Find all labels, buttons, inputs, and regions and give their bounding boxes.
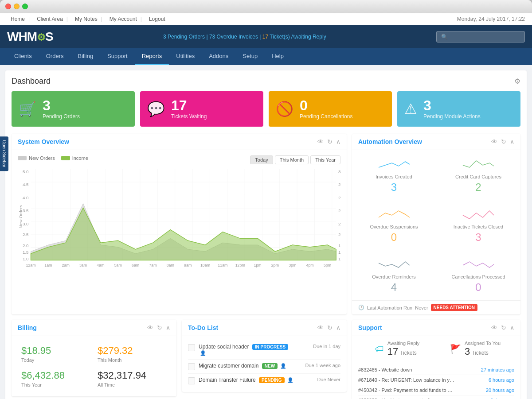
nav-setup[interactable]: Setup [235, 48, 265, 65]
support-actions: 👁 ↻ ∧ [491, 324, 514, 331]
collapse-icon-todo[interactable]: ∧ [336, 324, 340, 331]
nav-utilities[interactable]: Utilities [169, 48, 202, 65]
collapse-icon-billing[interactable]: ∧ [166, 324, 170, 331]
stat-card-pending-cancellations[interactable]: 🚫 0 Pending Cancellations [269, 91, 392, 127]
nav-orders[interactable]: Orders [39, 48, 71, 65]
svg-text:4am: 4am [97, 263, 104, 267]
svg-text:11am: 11am [218, 263, 227, 267]
minimize-button[interactable] [14, 4, 20, 9]
collapse-icon-auto[interactable]: ∧ [510, 138, 514, 145]
refresh-icon-support[interactable]: ↻ [501, 324, 506, 331]
sparkline-invoices [376, 156, 412, 172]
maximize-button[interactable] [22, 4, 28, 9]
refresh-icon-billing[interactable]: ↻ [157, 324, 162, 331]
refresh-icon[interactable]: ↻ [327, 138, 332, 145]
collapse-icon-support[interactable]: ∧ [510, 324, 514, 331]
chart-btn-this-month[interactable]: This Month [275, 155, 309, 164]
chat-icon: 💬 [147, 101, 165, 117]
refresh-icon-auto[interactable]: ↻ [501, 138, 506, 145]
nav-client-area[interactable]: Client Area [33, 16, 71, 22]
nav-billing[interactable]: Billing [70, 48, 100, 65]
svg-text:7am: 7am [149, 263, 156, 267]
billing-this-year: $6,432.88 This Year [18, 366, 94, 391]
svg-text:5pm: 5pm [324, 263, 331, 267]
stat-card-module-actions[interactable]: ⚠ 3 Pending Module Actions [397, 91, 520, 127]
assigned-to-you-stat: 🚩 Assigned To You 3 Tickets [436, 341, 514, 357]
svg-text:4.0: 4.0 [23, 195, 29, 200]
ticket-row-1[interactable]: #832465 - Website down 27 minutes ago [358, 365, 514, 375]
flag-icon: 🚩 [450, 344, 461, 354]
ticket-row-4[interactable]: #686238 - Unable to connect to ftp 2 day… [358, 395, 514, 399]
eye-icon-auto[interactable]: 👁 [491, 138, 497, 145]
nav-help[interactable]: Help [265, 48, 291, 65]
stat-info: 17 Tickets Waiting [171, 98, 207, 120]
search-input[interactable] [436, 31, 525, 43]
overdue-invoices-alert[interactable]: 73 [209, 34, 215, 40]
eye-icon[interactable]: 👁 [317, 138, 324, 145]
chart-controls: Today This Month This Year [250, 155, 340, 164]
todo-badge-3: PENDING [259, 377, 285, 383]
support-title: Support [358, 324, 382, 331]
todo-badge-1: IN PROGRESS [252, 344, 288, 350]
header: WHM⚙S 3 Pending Orders | 73 Overdue Invo… [0, 25, 532, 48]
eye-icon-todo[interactable]: 👁 [317, 324, 324, 331]
ticket-row-2[interactable]: #671840 - Re: URGENT: Low balance in you… [358, 375, 514, 385]
assigned-unit: Tickets [472, 350, 489, 356]
cart-icon: 🛒 [19, 101, 36, 117]
last-run-text: Last Automation Run: Never [367, 305, 428, 310]
pending-cancellations-label-card: Pending Cancellations [300, 113, 352, 120]
svg-text:22: 22 [338, 221, 340, 226]
todo-text-3: Domain Transfer Failure PENDING 👤 [199, 377, 297, 383]
sparkline-suspensions [376, 206, 412, 222]
collapse-icon[interactable]: ∧ [336, 138, 340, 145]
eye-icon-billing[interactable]: 👁 [147, 324, 153, 331]
todo-checkbox-1[interactable] [188, 344, 195, 351]
nav-my-account[interactable]: My Account [106, 16, 145, 22]
nav-clients[interactable]: Clients [7, 48, 39, 65]
svg-text:1.0: 1.0 [23, 256, 29, 261]
svg-text:18: 18 [338, 243, 340, 248]
awaiting-count: 17 [387, 346, 398, 357]
nav-home[interactable]: Home [7, 16, 33, 22]
nav-support[interactable]: Support [100, 48, 135, 65]
nav-addons[interactable]: Addons [202, 48, 235, 65]
logo: WHM⚙S [7, 30, 53, 44]
chart-btn-this-year[interactable]: This Year [310, 155, 340, 164]
dashboard-settings-icon[interactable]: ⚙ [514, 77, 520, 85]
auto-cell-inactive-tickets: Inactive Tickets Closed 3 [436, 200, 520, 250]
close-button[interactable] [5, 4, 11, 9]
open-sidebar-tab[interactable]: Open Sidebar [0, 136, 8, 171]
auto-value-cancellations: 0 [443, 281, 513, 294]
stat-info: 0 Pending Cancellations [300, 98, 352, 120]
sparkline-reminders [376, 256, 412, 272]
header-alerts: 3 Pending Orders | 73 Overdue Invoices |… [163, 34, 326, 40]
eye-icon-support[interactable]: 👁 [491, 324, 497, 331]
tag-icon: 🏷 [375, 344, 384, 354]
awaiting-info: Awaiting Reply 17 Tickets [387, 341, 420, 357]
auto-value-reminders: 4 [359, 281, 429, 294]
billing-month-amount: $279.32 [98, 345, 167, 356]
refresh-icon-todo[interactable]: ↻ [327, 324, 332, 331]
pending-cancellations-number: 0 [300, 98, 352, 112]
assigned-info: Assigned To You 3 Tickets [465, 341, 501, 357]
awaiting-reply-row: 🏷 Awaiting Reply 17 Tickets [358, 341, 436, 357]
nav-my-notes[interactable]: My Notes [71, 16, 106, 22]
auto-label-credit-card: Credit Card Captures [443, 174, 513, 179]
pending-orders-alert[interactable]: 3 [163, 34, 166, 40]
svg-text:New Orders: New Orders [18, 205, 23, 229]
stat-card-pending-orders[interactable]: 🛒 3 Pending Orders [12, 91, 135, 127]
todo-checkbox-3[interactable] [188, 377, 195, 384]
automation-overview-title: Automation Overview [358, 138, 422, 145]
auto-label-invoices: Invoices Created [359, 174, 429, 179]
todo-checkbox-2[interactable] [188, 363, 195, 370]
chart-btn-today[interactable]: Today [250, 155, 273, 164]
nav-logout[interactable]: Logout [145, 16, 169, 22]
svg-text:4.5: 4.5 [23, 182, 29, 187]
ticket-row-3[interactable]: #450342 - Fwd: Payment to add funds to R… [358, 385, 514, 395]
main-nav: Clients Orders Billing Support Reports U… [0, 48, 532, 65]
auto-value-credit-card: 2 [443, 181, 513, 194]
auto-value-suspensions: 0 [359, 231, 429, 244]
stat-card-tickets-waiting[interactable]: 💬 17 Tickets Waiting [140, 91, 263, 127]
tickets-awaiting-alert[interactable]: 17 [262, 34, 268, 40]
nav-reports[interactable]: Reports [135, 48, 169, 65]
